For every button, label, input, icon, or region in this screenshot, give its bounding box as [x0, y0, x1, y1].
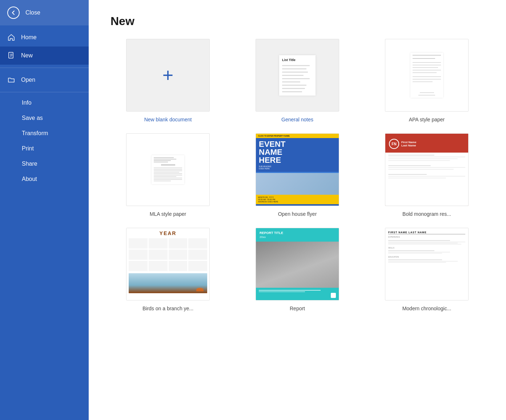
- home-icon: [7, 33, 15, 41]
- close-label: Close: [25, 9, 40, 16]
- template-label-flyer: Open house flyer: [278, 211, 317, 217]
- main-content: New + New blank document List Title: [89, 0, 506, 420]
- sidebar: Close Home New: [0, 0, 89, 420]
- template-card-flyer[interactable]: CLICK TO ENTER PROPERTY NAME EVENTNAMEHE…: [240, 133, 355, 217]
- template-card-bold-resume[interactable]: FN First Name Last Name: [369, 133, 484, 217]
- template-thumb-calendar: YEAR: [126, 228, 210, 300]
- template-label-general-notes: General notes: [281, 117, 313, 122]
- sidebar-item-new[interactable]: New: [0, 47, 89, 65]
- template-thumb-blank: +: [126, 39, 210, 112]
- folder-icon: [7, 76, 15, 84]
- bold-resume-preview: FN First Name Last Name: [385, 134, 468, 206]
- template-card-blank[interactable]: + New blank document: [111, 39, 225, 122]
- sidebar-item-about[interactable]: About: [0, 171, 89, 187]
- template-card-general-notes[interactable]: List Title General notes: [240, 39, 355, 122]
- new-doc-icon: [7, 52, 15, 60]
- secondary-nav: Info Save as Transform Print Share About: [0, 92, 89, 190]
- template-thumb-apa: [385, 39, 469, 112]
- sidebar-item-transform[interactable]: Transform: [0, 126, 89, 141]
- mla-preview: [152, 155, 184, 184]
- template-thumb-flyer: CLICK TO ENTER PROPERTY NAME EVENTNAMEHE…: [256, 133, 339, 206]
- open-label: Open: [21, 77, 35, 83]
- template-label-mla: MLA style paper: [150, 211, 186, 217]
- open-nav: Open: [0, 68, 89, 92]
- sidebar-item-info[interactable]: Info: [0, 95, 89, 110]
- template-label-report: Report: [290, 306, 305, 311]
- sidebar-item-print[interactable]: Print: [0, 141, 89, 156]
- template-card-modern-resume[interactable]: FIRST NAME LAST NAME EXPERIENCE SKILLS E…: [369, 228, 484, 311]
- sidebar-item-open[interactable]: Open: [0, 71, 89, 89]
- home-label: Home: [21, 34, 37, 41]
- template-card-apa[interactable]: APA style paper: [369, 39, 484, 122]
- sidebar-item-share[interactable]: Share: [0, 156, 89, 171]
- sidebar-item-home[interactable]: Home: [0, 28, 89, 47]
- back-arrow-icon: [7, 7, 20, 19]
- template-card-mla[interactable]: MLA style paper: [111, 133, 225, 217]
- template-label-bold-resume: Bold monogram res...: [402, 211, 451, 217]
- main-nav: Home New: [0, 25, 89, 68]
- template-thumb-general-notes: List Title: [256, 39, 339, 112]
- template-card-report[interactable]: REPORT TITLE 20xx Report: [240, 228, 355, 311]
- event-preview: CLICK TO ENTER PROPERTY NAME EVENTNAMEHE…: [256, 134, 339, 206]
- sidebar-item-save-as[interactable]: Save as: [0, 110, 89, 126]
- templates-grid: + New blank document List Title: [111, 39, 484, 311]
- template-thumb-bold-resume: FN First Name Last Name: [385, 133, 469, 206]
- page-title: New: [111, 15, 484, 28]
- template-thumb-report: REPORT TITLE 20xx: [256, 228, 339, 300]
- template-label-apa: APA style paper: [409, 117, 445, 122]
- close-button[interactable]: Close: [0, 0, 89, 25]
- template-label-modern-resume: Modern chronologic...: [402, 306, 451, 311]
- template-thumb-mla: [126, 133, 210, 206]
- new-label: New: [21, 52, 33, 59]
- template-label-calendar: Birds on a branch ye...: [142, 306, 193, 311]
- apa-preview: [410, 53, 443, 98]
- template-card-calendar[interactable]: YEAR: [111, 228, 225, 311]
- template-thumb-modern-resume: FIRST NAME LAST NAME EXPERIENCE SKILLS E…: [385, 228, 469, 300]
- general-notes-preview: List Title: [279, 55, 316, 96]
- plus-icon: +: [162, 66, 173, 85]
- template-label-blank: New blank document: [144, 117, 192, 122]
